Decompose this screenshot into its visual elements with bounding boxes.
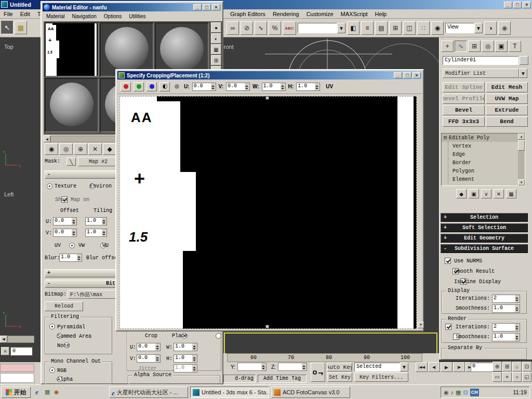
sample-slot-active[interactable]: AA + 1.5	[45, 22, 99, 77]
close-button[interactable]: ×	[523, 2, 531, 8]
crop-dialog[interactable]: Specify Cropping/Placement (1:2) _ □ × U…	[115, 69, 424, 331]
reload-button[interactable]: Reload	[45, 301, 83, 311]
stack-item-border[interactable]: Border	[448, 158, 525, 167]
bend-button[interactable]: Bend	[486, 116, 528, 127]
texture-radio[interactable]	[47, 183, 52, 189]
blue-channel-button[interactable]	[147, 82, 157, 91]
scroll-down-icon[interactable]: ▼	[518, 179, 525, 185]
u-offset-spinner[interactable]: 0.0	[53, 217, 77, 225]
modifier-stack[interactable]: ⊟ Editable Poly Vertex Edge Border Polyg…	[441, 133, 525, 186]
show-end-result-icon[interactable]: ▣	[469, 189, 479, 198]
spinner-arrows[interactable]	[211, 83, 216, 91]
schematic-view-icon[interactable]: ◫	[403, 21, 416, 35]
crop-u-spinner[interactable]: 0.0	[137, 343, 161, 351]
render-iterations-spinner[interactable]: 2	[492, 323, 520, 331]
spinner-arrows[interactable]	[192, 354, 197, 363]
snap-toggle-button[interactable]: ▦	[15, 21, 27, 34]
dialog-u-spinner[interactable]: 0.0	[192, 83, 216, 91]
zoom-extents-icon[interactable]: ⌂	[512, 362, 522, 371]
tray-icon-4[interactable]: ⊡	[463, 389, 468, 396]
menu-help[interactable]: Help	[371, 10, 391, 18]
close-button[interactable]: ×	[212, 4, 220, 10]
spinner-arrows[interactable]	[515, 295, 520, 303]
blur-spinner[interactable]: 1.0	[59, 254, 82, 262]
background-icon[interactable]: ▦	[211, 44, 221, 55]
stack-item-polygon[interactable]: Polygon	[448, 167, 525, 175]
bitmap-image[interactable]: AA + 1.5	[119, 96, 417, 329]
spinner-arrows[interactable]	[192, 364, 197, 373]
map-button[interactable]: Map #2	[78, 157, 118, 166]
bevel-profile-button[interactable]: Bevel Profile	[443, 94, 485, 104]
min-max-toggle-icon[interactable]: ◱	[522, 372, 531, 382]
stack-collapse-icon[interactable]: ⊟	[444, 135, 447, 141]
hierarchy-tab[interactable]: ⊞	[468, 41, 481, 52]
crop-v-spinner[interactable]: 0.0	[137, 354, 161, 363]
mini-listener-icon[interactable]: ≡	[1, 347, 9, 355]
spinner-arrows[interactable]	[155, 354, 161, 363]
zoom-region-icon[interactable]: ▭	[493, 372, 502, 382]
viewport-label-top[interactable]: Top	[4, 44, 14, 50]
stack-scrollbar[interactable]: ▲ ▼	[518, 134, 525, 185]
unlink-selection-icon[interactable]: ⊘	[241, 21, 253, 35]
mini-scrollbar[interactable]: ◀	[0, 336, 34, 343]
pan-icon[interactable]: +	[502, 372, 512, 382]
tray-icon-volume[interactable]: ♪	[451, 389, 454, 395]
get-material-icon[interactable]: ◉	[45, 143, 58, 155]
go-to-start-button[interactable]: |◀◀	[416, 362, 428, 372]
menu-rendering[interactable]: Rendering	[269, 10, 303, 18]
scroll-left-icon[interactable]: ◀	[44, 136, 50, 142]
use-nurms-checkbox[interactable]	[445, 258, 451, 264]
menu-options[interactable]: Options	[100, 12, 125, 20]
auto-key-button[interactable]: Auto Key	[327, 363, 352, 371]
spinner-arrows[interactable]	[245, 83, 250, 91]
red-channel-button[interactable]	[121, 82, 131, 91]
quick-render-icon[interactable]: ◑	[484, 21, 497, 35]
render-last-icon[interactable]: ◉	[498, 21, 511, 35]
zoom-icon[interactable]: ⊕	[493, 362, 502, 371]
chevron-down-icon[interactable]: ▼	[474, 23, 483, 33]
menu-utilities[interactable]: Utilities	[125, 12, 149, 20]
z-field[interactable]	[278, 363, 307, 371]
spinner-arrows[interactable]	[315, 83, 320, 91]
reset-map-icon[interactable]: ✕	[88, 143, 102, 155]
key-filters-button[interactable]: Key Filters...	[354, 373, 408, 382]
spinner-arrows[interactable]	[155, 343, 161, 351]
chevron-down-icon[interactable]: ▼	[400, 363, 408, 371]
next-frame-button[interactable]: |▶	[453, 362, 465, 372]
named-selection-icon[interactable]: ABC	[283, 21, 296, 35]
key-filter-combo[interactable]: Selected ▼	[354, 363, 408, 371]
menu-file[interactable]: File	[0, 10, 17, 18]
scroll-up-icon[interactable]: ▲	[518, 134, 525, 140]
add-time-tag[interactable]: Add Time Tag	[258, 375, 307, 383]
set-key-button[interactable]: Set Key	[327, 373, 352, 382]
desktop-quick-icon[interactable]: ▦	[45, 389, 50, 395]
display-smoothness-spinner[interactable]: 1.0	[492, 304, 520, 313]
render-iterations-checkbox[interactable]	[445, 324, 451, 330]
green-channel-button[interactable]	[134, 82, 144, 91]
rollout-subdivision-surface[interactable]: -Subdivision Surface	[441, 244, 528, 253]
select-and-link-icon[interactable]: ∞	[227, 21, 239, 35]
material-editor-titlebar[interactable]: Material Editor - nanfu _ □ ×	[43, 3, 221, 11]
pick-map-icon[interactable]: ╲	[66, 157, 76, 166]
dialog-h-spinner[interactable]: 1.0	[296, 83, 320, 91]
render-scene-icon[interactable]: ◉	[431, 21, 444, 35]
display-iterations-spinner[interactable]: 2	[492, 295, 520, 303]
dialog-w-spinner[interactable]: 1.0	[262, 83, 286, 91]
spinner-arrows[interactable]	[72, 229, 77, 237]
edit-spline-button[interactable]: Edit Spline	[443, 82, 485, 92]
restore-button[interactable]: □	[513, 2, 522, 8]
zoom-extents-all-icon[interactable]: ⊡	[522, 362, 531, 371]
chevron-down-icon[interactable]: ▼	[337, 23, 345, 33]
selection-filter-combo[interactable]: ▼	[298, 23, 345, 33]
restore-button[interactable]: □	[203, 4, 211, 10]
edit-mesh-button[interactable]: Edit Mesh	[486, 82, 528, 92]
uvw-map-button[interactable]: UVW Map	[486, 94, 528, 104]
tray-icon-3[interactable]: ▦	[456, 389, 461, 396]
put-material-icon[interactable]: ◎	[59, 143, 73, 155]
frame-number-field[interactable]: 0	[10, 347, 32, 355]
menu-maxscript[interactable]: MAXScript	[337, 10, 371, 18]
ffd-button[interactable]: FFD 3x3x3	[443, 116, 485, 127]
mono-channel-button[interactable]	[159, 82, 170, 91]
spinner-arrows[interactable]	[261, 363, 267, 371]
maxscript-listener-white[interactable]	[0, 373, 34, 383]
